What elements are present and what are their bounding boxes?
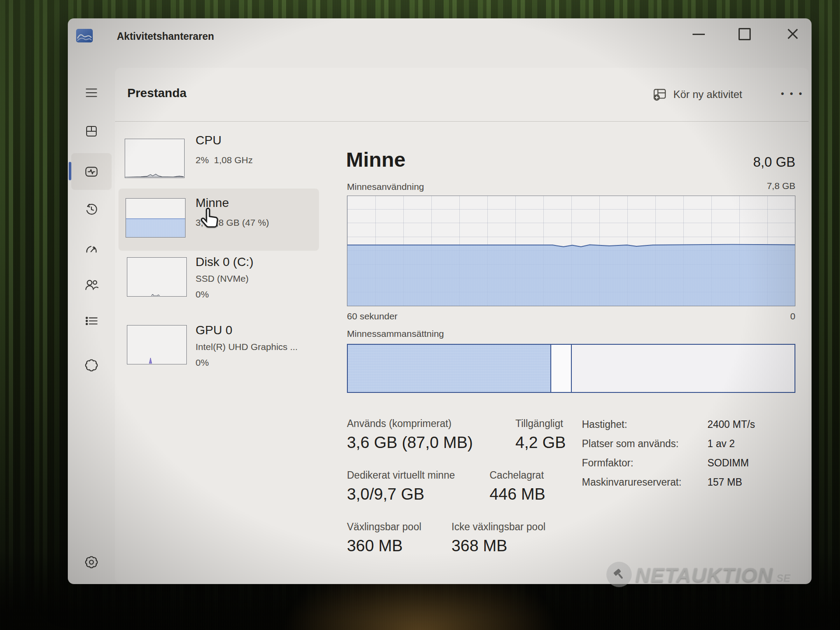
stat-in-use-value: 3,6 GB (87,0 MB)	[347, 434, 473, 452]
detail-hw-reserved-value: 157 MB	[707, 476, 742, 488]
close-icon	[787, 28, 798, 40]
minimize-button[interactable]	[687, 24, 710, 44]
stat-non-paged-pool-value: 368 MB	[452, 537, 546, 555]
task-manager-window: Aktivitetshanteraren	[68, 18, 812, 584]
sidebar-item-users[interactable]	[74, 271, 109, 298]
history-clock-icon	[84, 202, 98, 216]
services-cog-icon	[84, 358, 98, 372]
detail-slots-label: Platser som används:	[582, 438, 679, 450]
maximize-button[interactable]	[733, 24, 756, 44]
close-button[interactable]	[781, 24, 804, 44]
usage-chart-label: Minnesanvändning	[347, 182, 424, 192]
rail-selection-accent	[69, 162, 71, 180]
memory-mini-fill	[126, 218, 185, 237]
task-manager-app-icon	[76, 29, 93, 42]
watermark-brand: NETAUKTION	[635, 563, 773, 587]
sidebar-item-settings[interactable]	[74, 549, 109, 576]
sidebar-item-performance[interactable]	[74, 158, 109, 185]
stat-committed: Dedikerat virtuellt minne 3,0/9,7 GB	[347, 469, 455, 504]
disk-line1: SSD (NVMe)	[196, 273, 248, 284]
stat-cached-value: 446 MB	[490, 485, 546, 504]
detail-slots-value: 1 av 2	[707, 438, 735, 450]
gpu-mini-chart	[127, 325, 187, 364]
stat-committed-label: Dedikerat virtuellt minne	[347, 469, 455, 481]
memory-mini-chart	[126, 198, 186, 238]
run-new-task-button[interactable]: Kör ny aktivitet	[652, 88, 742, 101]
composition-free-segment	[572, 345, 795, 392]
stat-cached-label: Cachelagrat	[490, 469, 546, 481]
minimize-icon	[693, 34, 705, 35]
performance-icon	[84, 164, 98, 178]
disk-line2: 0%	[196, 289, 209, 300]
speedometer-icon	[84, 242, 98, 256]
details-list-icon	[84, 314, 98, 328]
stat-in-use: Används (komprimerat) 3,6 GB (87,0 MB)	[347, 418, 473, 452]
header-separator	[115, 121, 808, 122]
netauktion-watermark: NETAUKTION SE	[606, 562, 791, 587]
composition-in-use-segment	[348, 345, 551, 392]
cpu-title: CPU	[196, 133, 221, 147]
stat-cached: Cachelagrat 446 MB	[490, 469, 546, 504]
settings-gear-icon	[84, 555, 98, 569]
disk-mini-chart	[127, 257, 187, 297]
mouse-cursor-hand	[199, 207, 220, 228]
window-title: Aktivitetshanteraren	[117, 31, 214, 42]
sidebar-item-services[interactable]	[74, 352, 109, 379]
processes-icon	[85, 125, 98, 138]
usage-scale-top: 7,8 GB	[767, 181, 795, 191]
detail-form-factor-value: SODIMM	[707, 457, 749, 469]
stat-available: Tillgängligt 4,2 GB	[515, 418, 566, 452]
detail-speed-value: 2400 MT/s	[707, 419, 755, 430]
memory-composition-bar	[347, 344, 795, 393]
memory-usage-chart	[347, 196, 795, 306]
stat-non-paged-pool: Icke växlingsbar pool 368 MB	[452, 521, 546, 555]
axis-left-label: 60 sekunder	[347, 311, 398, 322]
run-new-task-label: Kör ny aktivitet	[673, 88, 742, 101]
maximize-icon	[738, 28, 751, 40]
gpu-title: GPU 0	[196, 323, 232, 337]
stat-available-label: Tillgängligt	[515, 418, 566, 430]
detail-speed-label: Hastighet:	[582, 419, 627, 430]
detail-form-factor-label: Formfaktor:	[582, 457, 634, 469]
sidebar-item-startup-apps[interactable]	[74, 236, 109, 263]
users-icon	[84, 278, 98, 292]
sidebar-item-processes[interactable]	[74, 118, 109, 145]
watermark-tld: SE	[777, 572, 791, 587]
gpu-line2: 0%	[196, 357, 209, 368]
more-options-button[interactable]: • • •	[781, 89, 804, 99]
performance-panel: Prestanda Kör ny aktivitet • • • CPU 2%	[115, 68, 808, 583]
page-title: Prestanda	[127, 86, 186, 100]
run-new-task-icon	[652, 88, 667, 101]
cpu-subtitle: 2% 1,08 GHz	[196, 155, 253, 165]
sidebar-item-details[interactable]	[74, 307, 109, 334]
hamburger-menu-icon	[84, 86, 98, 100]
axis-right-label: 0	[790, 311, 795, 322]
stat-committed-value: 3,0/9,7 GB	[347, 485, 455, 504]
disk-title: Disk 0 (C:)	[196, 255, 253, 269]
memory-total: 8,0 GB	[753, 154, 796, 170]
sidebar-item-app-history[interactable]	[74, 196, 109, 223]
stat-paged-pool-label: Växlingsbar pool	[347, 521, 421, 533]
stat-non-paged-pool-label: Icke växlingsbar pool	[452, 521, 546, 533]
gavel-icon	[606, 562, 632, 587]
stat-paged-pool-value: 360 MB	[347, 537, 421, 555]
composition-modified-segment	[551, 345, 572, 392]
sidebar-item-menu[interactable]	[74, 79, 109, 106]
gpu-line1: Intel(R) UHD Graphics ...	[196, 342, 298, 352]
memory-page-title: Minne	[346, 147, 406, 172]
stat-in-use-label: Används (komprimerat)	[347, 418, 473, 430]
cpu-mini-chart	[125, 139, 185, 178]
detail-hw-reserved-label: Maskinvarureserverat:	[582, 476, 682, 488]
stat-paged-pool: Växlingsbar pool 360 MB	[347, 521, 421, 555]
composition-label: Minnessammansättning	[347, 329, 444, 339]
stat-available-value: 4,2 GB	[515, 434, 566, 452]
